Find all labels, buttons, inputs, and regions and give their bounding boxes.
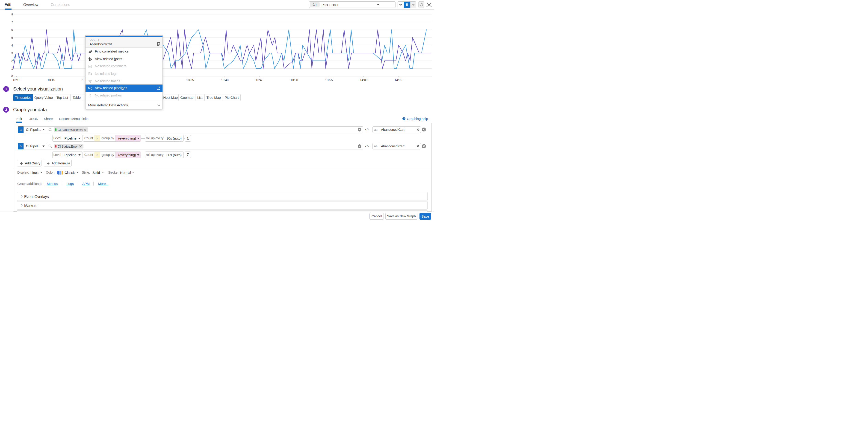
svg-text:7: 7 <box>11 21 13 24</box>
svg-text:14:05: 14:05 <box>395 78 402 82</box>
svg-text:1: 1 <box>11 67 13 70</box>
svg-text:13:35: 13:35 <box>186 78 194 82</box>
svg-text:13:45: 13:45 <box>256 78 263 82</box>
svg-text:6: 6 <box>11 28 13 32</box>
svg-text:13:10: 13:10 <box>13 78 20 82</box>
svg-text:5: 5 <box>11 36 13 39</box>
svg-text:14:00: 14:00 <box>360 78 367 82</box>
svg-text:13:55: 13:55 <box>325 78 333 82</box>
svg-text:4: 4 <box>11 44 13 47</box>
svg-text:2: 2 <box>11 59 13 63</box>
svg-text:13:50: 13:50 <box>290 78 298 82</box>
svg-text:0: 0 <box>11 75 13 78</box>
svg-text:3: 3 <box>11 52 13 55</box>
svg-text:8: 8 <box>11 13 13 16</box>
svg-text:13:40: 13:40 <box>221 78 229 82</box>
svg-text:13:15: 13:15 <box>48 78 55 82</box>
